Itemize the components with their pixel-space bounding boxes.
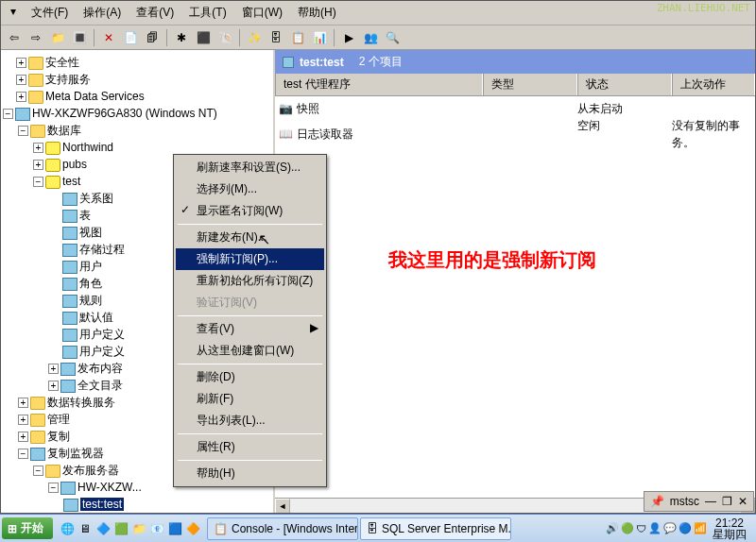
scroll-left-icon[interactable]: ◄ [275, 499, 290, 513]
expand-icon[interactable]: + [18, 398, 28, 408]
tree-server[interactable]: HW-XKZWF96GA830 (Windows NT) [32, 107, 217, 120]
tool-icon[interactable]: 📋 [288, 28, 307, 47]
expand-icon[interactable]: + [16, 92, 26, 102]
menu-item[interactable]: 强制新订阅(P)... [176, 248, 324, 270]
list-row[interactable]: 📖日志读取器 空闲 没有复制的事务。 [279, 117, 751, 151]
tree-item[interactable]: 全文目录 [77, 379, 123, 392]
collapse-icon[interactable]: − [18, 449, 28, 459]
back-icon[interactable]: ⇦ [5, 28, 24, 47]
tree-pubsrv[interactable]: 发布服务器 [62, 464, 119, 477]
menu-file[interactable]: 文件(F) [26, 3, 74, 23]
tool-icon[interactable]: 🐚 [215, 28, 234, 47]
tree-hw[interactable]: HW-XKZW... [77, 481, 142, 494]
app-icon[interactable]: 🟩 [112, 520, 129, 537]
tree-item[interactable]: 视图 [79, 226, 102, 239]
tree-repl[interactable]: 复制 [47, 430, 70, 443]
expand-icon[interactable]: + [16, 75, 26, 85]
menu-item[interactable]: 删除(D) [176, 366, 324, 388]
tree-item[interactable]: 关系图 [79, 192, 113, 205]
expand-icon[interactable]: + [16, 58, 26, 68]
tool-icon[interactable]: ⬛ [194, 28, 213, 47]
tree-item[interactable]: 发布内容 [77, 362, 123, 375]
task-button[interactable]: 📋 Console - [Windows Inter... [207, 517, 358, 540]
menu-item[interactable]: 导出列表(L)... [176, 410, 324, 432]
menu-item[interactable]: 刷新(F) [176, 388, 324, 410]
expand-icon[interactable]: + [18, 432, 28, 442]
col-type[interactable]: 类型 [483, 74, 577, 95]
pin-icon[interactable]: 📌 [650, 495, 664, 508]
tree-testtest[interactable]: test:test [80, 498, 124, 511]
tray-icon[interactable]: 🛡 [636, 523, 646, 534]
col-status[interactable]: 状态 [577, 74, 672, 95]
tree-item[interactable]: 表 [79, 209, 91, 222]
menu-view[interactable]: 查看(V) [130, 3, 180, 23]
tray-icon[interactable]: 📶 [694, 522, 707, 534]
show-icon[interactable]: 🔳 [70, 28, 89, 47]
tray-icon[interactable]: 👤 [648, 522, 662, 534]
tree-db[interactable]: Northwind [62, 141, 113, 154]
expand-icon[interactable]: + [48, 364, 59, 374]
menu-item[interactable]: 帮助(H) [176, 463, 324, 484]
fwd-icon[interactable]: ⇨ [26, 28, 45, 47]
tree-item[interactable]: 角色 [79, 277, 102, 290]
tree-mgmt[interactable]: 管理 [47, 413, 70, 426]
menu-window[interactable]: 窗口(W) [236, 3, 288, 23]
expand-icon[interactable]: + [33, 143, 43, 153]
tree-item[interactable]: 默认值 [79, 311, 113, 324]
menu-action[interactable]: 操作(A) [77, 3, 127, 23]
app-icon[interactable]: 🔶 [184, 520, 201, 537]
col-action[interactable]: 上次动作 [672, 74, 755, 95]
app-icon[interactable]: 📁 [130, 520, 147, 537]
start-button[interactable]: ⊞ 开始 [2, 517, 53, 539]
collapse-icon[interactable]: − [33, 466, 43, 476]
collapse-icon[interactable]: − [3, 109, 13, 119]
menu-help[interactable]: 帮助(H) [292, 3, 342, 23]
menu-item[interactable]: 重新初始化所有订阅(Z) [176, 270, 324, 292]
refresh-icon[interactable]: 🗐 [143, 28, 162, 47]
tree-item[interactable]: 用户定义 [79, 328, 125, 341]
tree-item[interactable]: 用户定义 [79, 345, 125, 358]
tree-item[interactable]: 存储过程 [79, 243, 125, 256]
task-button[interactable]: 🗄 SQL Server Enterprise M... [360, 517, 511, 540]
tray-icon[interactable]: 🟢 [621, 522, 634, 534]
menu-item[interactable]: 选择列(M)... [176, 178, 324, 200]
tray-icon[interactable]: 🔊 [606, 522, 619, 534]
close-icon[interactable]: ✕ [738, 495, 747, 508]
collapse-icon[interactable]: − [33, 177, 43, 187]
menu-item[interactable]: 属性(R) [176, 436, 324, 458]
minimize-icon[interactable]: — [705, 495, 716, 508]
menu-tools[interactable]: 工具(T) [183, 3, 232, 23]
app-icon[interactable]: 📧 [148, 520, 165, 537]
tool-icon[interactable]: ✱ [172, 28, 191, 47]
menu-item[interactable]: 刷新速率和设置(S)... [176, 157, 324, 178]
restore-icon[interactable]: ❐ [722, 495, 732, 508]
users-icon[interactable]: 👥 [361, 28, 380, 47]
menu-item[interactable]: 从这里创建窗口(W) [176, 340, 324, 362]
up-icon[interactable]: 📁 [48, 28, 67, 47]
run-icon[interactable]: ▶ [339, 28, 358, 47]
expand-icon[interactable]: + [18, 415, 28, 425]
expand-icon[interactable]: + [48, 381, 59, 391]
app-icon[interactable]: 🟦 [166, 520, 183, 537]
tree-svc[interactable]: 数据转换服务 [47, 396, 115, 409]
collapse-icon[interactable]: − [48, 483, 59, 493]
desktop-icon[interactable]: 🖥 [77, 520, 94, 537]
menu-item[interactable]: 新建发布(N)... [176, 227, 324, 248]
menu-item[interactable]: 查看(V)▶ [176, 318, 324, 340]
dropdown-icon[interactable]: ▾ [5, 3, 22, 23]
list-body[interactable]: 📷快照 从未启动 📖日志读取器 空闲 没有复制的事务。 我这里用的是强制新订阅 [275, 96, 755, 498]
tree-db-test[interactable]: test [62, 175, 80, 188]
list-row[interactable]: 📷快照 从未启动 [279, 100, 751, 117]
query-icon[interactable]: 🔍 [383, 28, 402, 47]
app-icon[interactable]: 🔷 [94, 520, 112, 537]
tree-item[interactable]: 用户 [79, 260, 102, 273]
tree-db[interactable]: pubs [62, 158, 87, 171]
ie-icon[interactable]: 🌐 [59, 520, 76, 537]
clock[interactable]: 21:22 星期四 [709, 517, 750, 540]
tree-item[interactable]: 规则 [79, 294, 102, 307]
db-icon[interactable]: 🗄 [266, 28, 285, 47]
menu-item[interactable]: ✓显示匿名订阅(W) [176, 200, 324, 222]
tree-node[interactable]: Meta Data Services [45, 90, 145, 103]
tree-replmon[interactable]: 复制监视器 [47, 447, 104, 460]
mstsc-bar[interactable]: 📌 mstsc — ❐ ✕ [644, 491, 754, 512]
